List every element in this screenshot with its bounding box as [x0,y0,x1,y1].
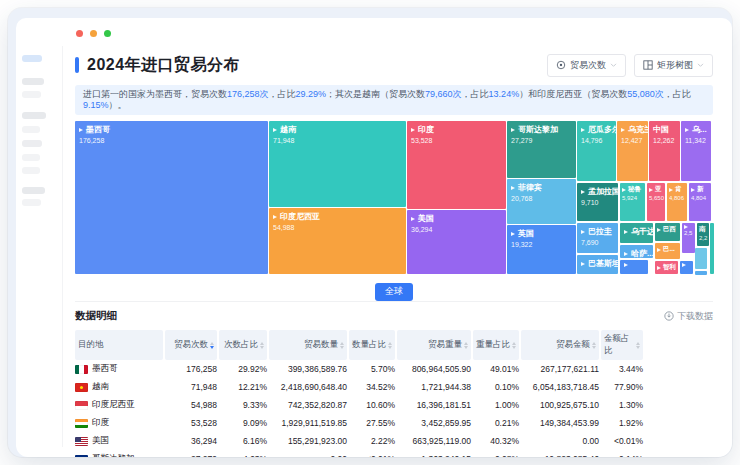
treemap-node[interactable]: 乌干达 [620,223,653,243]
table-row[interactable]: 美国36,2946.16%155,291,923.002.22%663,925,… [75,432,627,450]
treemap-node[interactable]: 美国36,294 [407,210,506,274]
treemap-node[interactable]: 印度53,528 [407,121,506,209]
treemap-node[interactable]: 厄瓜多尔14,796 [577,121,616,181]
table-cell: 9.09% [219,418,267,428]
table-row[interactable]: 哥斯达黎加27,2794.63%0.00<0.01%1,363,240.150.… [75,450,627,457]
drilldown-arrow-icon [511,128,515,132]
treemap-node-name: 肯 [675,185,682,194]
column-header-label: 数量占比 [352,339,386,351]
sort-icon[interactable] [340,342,344,349]
summary-text: ，占比 [462,89,489,99]
chart-type-selector-label: 矩形树图 [657,59,693,72]
treemap-node-value: 4,806 [669,195,685,201]
table-cell: 1.92% [601,418,643,428]
treemap-node[interactable]: 乌克兰12,427 [617,121,648,181]
country-name: 墨西哥 [92,363,118,375]
treemap-node[interactable]: 印度尼西亚54,988 [269,208,406,274]
table-cell: 399,386,589.76 [269,364,347,374]
drilldown-arrow-icon [691,188,695,192]
treemap-node[interactable] [680,261,693,274]
summary-text: 进口第一的国家为墨西哥，贸易次数 [83,89,227,99]
treemap-node-label: 亚 [649,185,663,194]
treemap-node[interactable]: 哈萨... [620,245,653,258]
column-header-metric[interactable]: 金额占比 [601,330,643,360]
drilldown-arrow-icon [581,128,585,132]
maximize-window-icon[interactable] [104,30,111,37]
treemap-node-label: 新 [691,185,709,194]
treemap-node[interactable]: 巴拉圭7,690 [577,223,618,253]
treemap-node[interactable]: 中国12,262 [649,121,680,181]
column-header-metric[interactable]: 贸易次数 [165,330,217,360]
drilldown-arrow-icon [79,128,83,132]
treemap-node[interactable]: 巴... [655,243,680,259]
treemap-node[interactable]: 英国19,322 [507,225,576,274]
treemap-node[interactable]: 哥斯达黎加27,279 [507,121,576,178]
treemap-icon [643,60,653,70]
treemap-node-name: 巴拉圭 [588,226,612,237]
table-row[interactable]: 印度53,5289.09%1,929,911,519.8527.55%3,452… [75,414,627,432]
sort-icon[interactable] [388,342,392,349]
treemap-node[interactable]: 南2,2 [697,223,709,246]
metric-selector-button[interactable]: 贸易次数 [547,54,626,77]
treemap-node[interactable]: 巴基斯坦 [577,255,618,274]
title-accent-bar [75,57,79,73]
treemap-node-name: 智利 [663,263,676,272]
treemap-node[interactable] [695,271,707,275]
treemap-root-button[interactable]: 全球 [375,283,413,301]
treemap-node-name: 孟加拉国 [588,186,618,197]
treemap-node[interactable] [695,248,707,269]
table-cell: 176,258 [165,364,217,374]
table-header-row: 目的地贸易次数次数占比贸易数量数量占比贸易重量重量占比贸易金额金额占比 [75,330,627,360]
treemap-node[interactable]: 智利 [655,261,678,274]
sidebar-skeleton-item [22,140,42,147]
treemap-node[interactable]: 亚5,650 [647,183,665,221]
treemap-node-label: 哥斯达黎加 [511,124,572,135]
treemap-node[interactable]: 新4,804 [689,183,711,221]
table-row[interactable]: 墨西哥176,25829.92%399,386,589.765.70%806,9… [75,360,627,378]
treemap-node[interactable]: 肯4,806 [667,183,687,221]
table-cell: 3.44% [601,364,643,374]
minimize-window-icon[interactable] [90,30,97,37]
table-cell: 100,925,675.10 [521,400,599,410]
treemap-node[interactable]: 秘鲁5,924 [620,183,645,221]
column-header-metric[interactable]: 贸易数量 [269,330,347,360]
table-row[interactable]: 印度尼西亚54,9889.33%742,352,820.8710.60%16,3… [75,396,627,414]
sort-icon[interactable] [512,342,516,349]
sort-icon[interactable] [592,342,596,349]
treemap-node[interactable]: 菲律宾20,768 [507,179,576,224]
sort-icon[interactable] [260,342,264,349]
sort-icon[interactable] [210,342,214,349]
sidebar-skeleton-item [22,112,46,119]
drilldown-arrow-icon [581,230,585,234]
table-cell: 5.70% [349,364,395,374]
column-header-metric[interactable]: 贸易重量 [397,330,471,360]
treemap-node-value: 9,710 [581,199,614,206]
download-icon [664,311,674,321]
summary-banner: 进口第一的国家为墨西哥，贸易次数176,258次，占比29.29%；其次是越南（… [75,85,713,115]
close-window-icon[interactable] [76,30,83,37]
treemap-node[interactable]: 越南71,948 [269,121,406,207]
column-header-metric[interactable]: 数量占比 [349,330,395,360]
country-name: 哥斯达黎加 [92,453,135,457]
treemap-node[interactable] [620,260,648,274]
treemap-node-label: 巴拉圭 [581,226,614,237]
treemap-node[interactable]: 墨西哥176,258 [75,121,268,274]
treemap-node[interactable]: 2,5 [682,223,695,253]
treemap-node-label: 乌干达 [624,226,649,237]
treemap-node[interactable]: 巴西 [655,223,680,241]
column-header-metric[interactable]: 次数占比 [219,330,267,360]
table-cell: 149,384,453.99 [521,418,599,428]
treemap-node[interactable]: 乌...11,342 [681,121,711,181]
summary-highlight: 176,258次 [227,89,269,99]
treemap-node[interactable] [710,223,714,274]
sort-icon[interactable] [464,342,468,349]
column-header-metric[interactable]: 贸易金额 [521,330,599,360]
column-header-metric[interactable]: 重量占比 [473,330,519,360]
sidebar-skeleton-item [22,154,40,161]
table-row[interactable]: 越南71,94812.21%2,418,690,648.4034.52%1,72… [75,378,627,396]
chart-type-selector-button[interactable]: 矩形树图 [634,54,713,77]
download-data-link[interactable]: 下载数据 [664,310,713,323]
treemap-node-value: 4,804 [691,195,709,201]
treemap-node[interactable]: 孟加拉国9,710 [577,183,618,221]
sort-icon[interactable] [636,342,640,349]
